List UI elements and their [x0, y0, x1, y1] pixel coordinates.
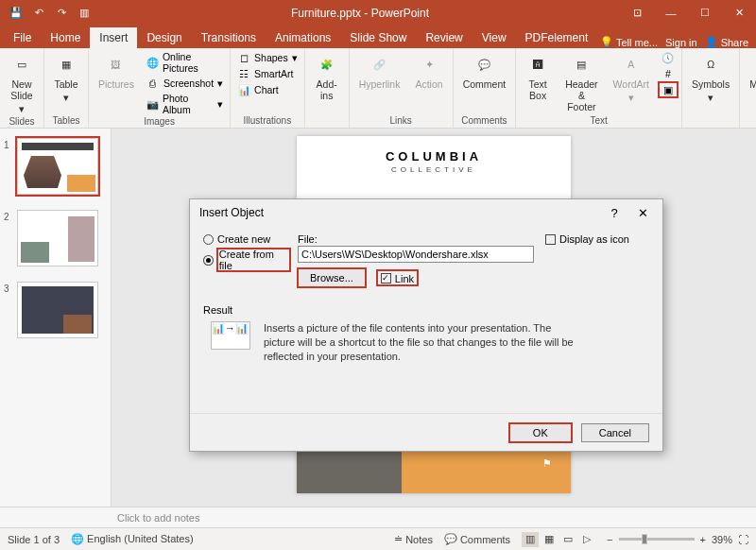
- result-text: Inserts a picture of the file contents i…: [264, 321, 585, 364]
- ribbon-display-icon[interactable]: ⊡: [620, 0, 654, 26]
- tab-view[interactable]: View: [472, 27, 516, 48]
- share-button[interactable]: 👤Share: [705, 36, 748, 48]
- addins-icon: 🧩: [315, 52, 339, 77]
- new-slide-icon: ▭: [9, 52, 34, 77]
- addins-button[interactable]: 🧩Add- ins: [309, 50, 345, 103]
- group-comments-label: Comments: [461, 115, 507, 128]
- tab-review[interactable]: Review: [416, 27, 472, 48]
- notes-placeholder: Click to add notes: [117, 512, 199, 524]
- share-icon: 👤: [705, 36, 718, 48]
- tab-slideshow[interactable]: Slide Show: [340, 27, 416, 48]
- cancel-button[interactable]: Cancel: [581, 423, 649, 442]
- sorter-view-icon[interactable]: ▦: [541, 532, 558, 547]
- tab-transitions[interactable]: Transitions: [192, 27, 266, 48]
- wordart-button[interactable]: AWordArt▾: [608, 50, 655, 105]
- zoom-in-icon[interactable]: +: [700, 534, 706, 545]
- number-icon: #: [662, 67, 675, 80]
- chart-button[interactable]: 📊Chart: [234, 82, 301, 97]
- action-button[interactable]: ✦Action: [409, 50, 448, 92]
- comment-button[interactable]: 💬Comment: [457, 50, 512, 92]
- shapes-icon: ◻: [237, 51, 250, 64]
- online-pictures-button[interactable]: 🌐Online Pictures: [144, 50, 226, 75]
- slide-number-button[interactable]: #: [659, 66, 678, 81]
- display-as-icon-checkbox[interactable]: Display as icon: [545, 233, 629, 245]
- chevron-down-icon: ▾: [708, 92, 713, 103]
- status-bar: Slide 1 of 3 🌐 English (United States) ≐…: [0, 527, 756, 550]
- tab-animations[interactable]: Animations: [266, 27, 340, 48]
- zoom-slider[interactable]: [619, 538, 695, 541]
- notes-toggle[interactable]: ≐ Notes: [394, 533, 433, 545]
- reading-view-icon[interactable]: ▭: [559, 532, 576, 547]
- tab-design[interactable]: Design: [137, 27, 191, 48]
- hyperlink-icon: 🔗: [368, 52, 392, 77]
- smartart-icon: ☷: [237, 67, 250, 80]
- insert-object-dialog: Insert Object ? ✕ Create new Create from…: [189, 198, 663, 452]
- object-button[interactable]: ▣: [659, 82, 678, 97]
- hyperlink-button[interactable]: 🔗Hyperlink: [353, 50, 406, 92]
- symbol-icon: Ω: [698, 52, 723, 77]
- tab-insert[interactable]: Insert: [90, 27, 137, 48]
- comments-toggle[interactable]: 💬 Comments: [444, 533, 510, 545]
- date-time-button[interactable]: 🕔: [659, 50, 678, 65]
- symbols-button[interactable]: ΩSymbols▾: [686, 50, 735, 105]
- header-footer-icon: ▤: [569, 52, 593, 77]
- smartart-button[interactable]: ☷SmartArt: [234, 66, 301, 81]
- group-tables-label: Tables: [53, 115, 80, 128]
- slide-counter[interactable]: Slide 1 of 3: [8, 534, 60, 545]
- zoom-out-icon[interactable]: −: [607, 534, 612, 545]
- thumbnail-2[interactable]: [17, 210, 98, 266]
- maximize-icon[interactable]: ☐: [688, 0, 722, 26]
- date-icon: 🕔: [662, 51, 675, 64]
- radio-create-from-file[interactable]: Create from file: [203, 249, 290, 271]
- table-button[interactable]: ▦Table▾: [48, 50, 84, 105]
- close-icon[interactable]: ✕: [722, 0, 756, 26]
- fit-to-window-icon[interactable]: ⛶: [738, 534, 748, 545]
- group-links-label: Links: [389, 115, 411, 128]
- thumbnail-1[interactable]: [17, 138, 98, 195]
- language-status[interactable]: 🌐 English (United States): [71, 533, 194, 545]
- photo-album-button[interactable]: 📷Photo Album▾: [144, 92, 226, 116]
- notes-pane[interactable]: Click to add notes: [0, 507, 756, 527]
- action-icon: ✦: [417, 52, 441, 77]
- slide-subtitle: COLLECTIVE: [297, 165, 571, 174]
- header-footer-button[interactable]: ▤Header & Footer: [559, 50, 603, 114]
- tell-me[interactable]: 💡Tell me...: [600, 36, 658, 48]
- sign-in[interactable]: Sign in: [665, 37, 697, 48]
- shapes-button[interactable]: ◻Shapes▾: [234, 50, 301, 65]
- group-slides-label: Slides: [9, 116, 34, 129]
- slideshow-view-icon[interactable]: ▷: [578, 532, 595, 547]
- window-title: Furniture.pptx - PowerPoint: [100, 7, 620, 20]
- textbox-icon: 🅰: [525, 52, 550, 77]
- radio-create-new[interactable]: Create new: [203, 233, 290, 245]
- file-label: File:: [298, 233, 538, 245]
- chevron-down-icon: ▾: [217, 98, 223, 110]
- tab-file[interactable]: File: [4, 27, 41, 48]
- redo-icon[interactable]: ↷: [51, 3, 72, 24]
- new-slide-button[interactable]: ▭New Slide▾: [4, 50, 40, 116]
- start-from-beginning-icon[interactable]: ▥: [74, 3, 94, 24]
- undo-icon[interactable]: ↶: [28, 3, 49, 24]
- file-path-input[interactable]: [298, 246, 534, 263]
- media-button[interactable]: 🔊Media▾: [744, 50, 756, 105]
- tab-pdfelement[interactable]: PDFelement: [516, 27, 598, 48]
- ok-button[interactable]: OK: [509, 423, 572, 442]
- dialog-close-icon[interactable]: ✕: [628, 206, 657, 220]
- save-icon[interactable]: 💾: [6, 3, 26, 24]
- chevron-down-icon: ▾: [217, 77, 223, 89]
- thumbnail-3[interactable]: [17, 282, 98, 338]
- group-illustrations-label: Illustrations: [244, 115, 292, 128]
- ribbon-insert: ▭New Slide▾ Slides ▦Table▾ Tables 🖼Pictu…: [0, 48, 756, 129]
- zoom-level[interactable]: 39%: [712, 534, 732, 545]
- minimize-icon[interactable]: —: [654, 0, 688, 26]
- link-checkbox[interactable]: ✓Link: [381, 273, 414, 284]
- screenshot-button[interactable]: ⎙Screenshot▾: [144, 76, 226, 91]
- pictures-button[interactable]: 🖼Pictures: [93, 50, 140, 92]
- dialog-title: Insert Object: [199, 206, 264, 219]
- tab-home[interactable]: Home: [41, 27, 90, 48]
- textbox-button[interactable]: 🅰Text Box: [520, 50, 556, 103]
- browse-button[interactable]: Browse...: [298, 268, 366, 287]
- normal-view-icon[interactable]: ▥: [522, 532, 539, 547]
- chart-icon: 📊: [237, 83, 250, 96]
- group-text-label: Text: [590, 115, 607, 128]
- help-icon[interactable]: ?: [600, 206, 628, 220]
